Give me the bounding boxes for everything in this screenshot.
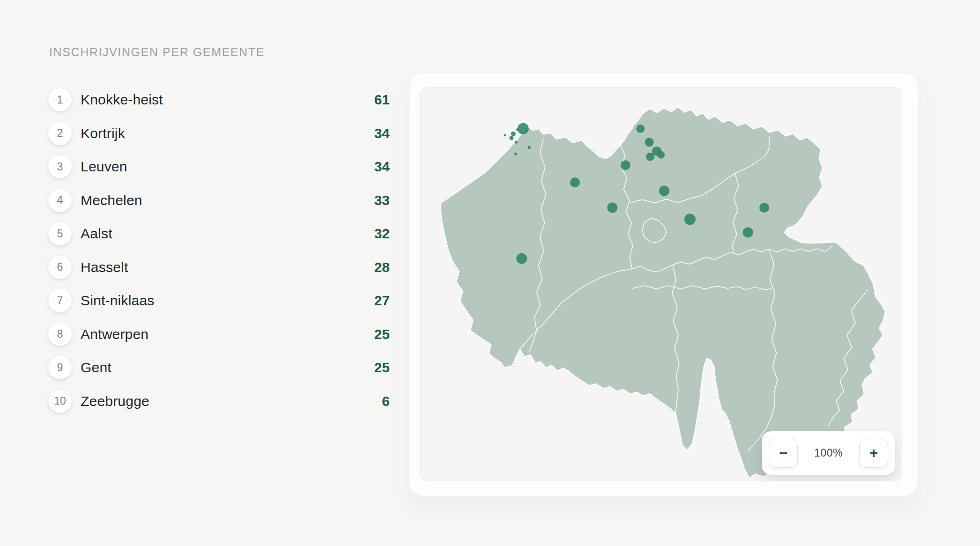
rank-badge: 9 xyxy=(48,356,72,379)
registration-marker[interactable] xyxy=(527,146,530,149)
rank-badge: 1 xyxy=(48,88,72,111)
registration-marker[interactable] xyxy=(514,153,517,155)
municipality-name: Antwerpen xyxy=(81,326,148,342)
registration-count: 34 xyxy=(374,125,390,141)
rank-badge: 2 xyxy=(48,122,72,145)
registration-count: 61 xyxy=(374,92,390,108)
rank-badge: 10 xyxy=(48,390,72,413)
zoom-out-button[interactable]: − xyxy=(769,439,798,468)
ranking-row: 10Zeebrugge6 xyxy=(48,390,390,413)
registration-count: 25 xyxy=(374,360,390,376)
rank-badge: 7 xyxy=(48,289,72,312)
registration-marker[interactable] xyxy=(511,132,516,136)
registration-marker[interactable] xyxy=(621,160,631,170)
ranking-row: 4Mechelen33 xyxy=(48,189,390,212)
rank-badge: 4 xyxy=(48,189,72,212)
rank-badge: 6 xyxy=(48,256,72,279)
registration-marker[interactable] xyxy=(516,128,519,131)
registration-marker[interactable] xyxy=(504,134,506,136)
registration-count: 33 xyxy=(374,192,390,208)
belgium-map[interactable] xyxy=(421,88,902,481)
municipality-name: Kortrijk xyxy=(81,125,125,141)
ranking-row: 3Leuven34 xyxy=(48,155,390,178)
municipality-name: Gent xyxy=(81,360,111,376)
ranking-row: 7Sint-niklaas27 xyxy=(48,289,390,312)
rank-badge: 8 xyxy=(48,323,72,346)
registration-marker[interactable] xyxy=(518,123,529,134)
zoom-in-button[interactable]: + xyxy=(859,439,888,468)
municipality-name: Aalst xyxy=(81,226,112,242)
registration-count: 6 xyxy=(382,393,390,409)
zoom-level-label: 100% xyxy=(798,447,859,459)
municipality-name: Mechelen xyxy=(81,192,142,208)
registration-marker[interactable] xyxy=(509,136,513,140)
map-card: − 100% + xyxy=(409,73,918,496)
ranking-row: 6Hasselt28 xyxy=(48,256,390,279)
registration-marker[interactable] xyxy=(684,214,696,225)
registration-count: 25 xyxy=(374,326,390,342)
municipality-name: Zeebrugge xyxy=(81,393,149,409)
registration-marker[interactable] xyxy=(646,153,654,161)
municipality-name: Hasselt xyxy=(81,259,128,275)
registration-marker[interactable] xyxy=(570,177,580,187)
registration-marker[interactable] xyxy=(759,203,769,213)
rank-badge: 3 xyxy=(48,155,72,178)
registration-count: 32 xyxy=(374,226,390,242)
map-zoom-control: − 100% + xyxy=(762,431,895,475)
registration-marker[interactable] xyxy=(515,141,518,144)
registration-marker[interactable] xyxy=(645,138,654,147)
municipality-name: Sint-niklaas xyxy=(81,293,154,309)
municipality-name: Leuven xyxy=(81,159,127,175)
map-container[interactable]: − 100% + xyxy=(420,87,902,481)
registration-marker[interactable] xyxy=(607,202,617,213)
belgium-landmass xyxy=(440,107,885,478)
registration-marker[interactable] xyxy=(659,186,669,196)
registration-marker[interactable] xyxy=(516,253,527,264)
registration-count: 27 xyxy=(374,293,390,309)
registration-marker[interactable] xyxy=(743,227,753,237)
ranking-row: 2Kortrijk34 xyxy=(48,122,390,145)
registration-marker[interactable] xyxy=(636,125,645,133)
rank-badge: 5 xyxy=(48,222,72,245)
ranking-row: 9Gent25 xyxy=(48,356,390,379)
municipality-name: Knokke-heist xyxy=(81,92,163,108)
ranking-list: 1Knokke-heist612Kortrijk343Leuven344Mech… xyxy=(48,88,390,413)
page-title: INSCHRIJVINGEN PER GEMEENTE xyxy=(49,45,265,59)
registration-count: 34 xyxy=(374,159,390,175)
ranking-row: 8Antwerpen25 xyxy=(48,323,390,346)
ranking-row: 5Aalst32 xyxy=(48,222,390,245)
registration-count: 28 xyxy=(374,259,390,275)
ranking-row: 1Knokke-heist61 xyxy=(48,88,390,111)
registration-marker[interactable] xyxy=(657,151,665,159)
